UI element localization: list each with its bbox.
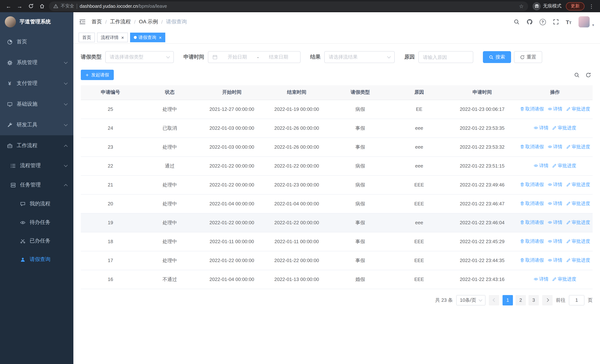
cancel-leave-link[interactable]: 取消请假 (520, 201, 544, 207)
back-button[interactable]: ← (4, 1, 13, 11)
header-actions: ? TT ▾ (514, 16, 594, 28)
table-row: 25处理中2021-12-27 00:00:002022-01-19 00:00… (81, 100, 593, 119)
forward-button[interactable]: → (15, 1, 24, 11)
next-page-button[interactable] (542, 295, 553, 305)
cancel-leave-link[interactable]: 取消请假 (520, 106, 544, 112)
help-icon[interactable]: ? (539, 19, 546, 25)
result-select[interactable]: 请选择流结果 (324, 51, 395, 63)
sidebar-item-payment[interactable]: ¥ 支付管理 (0, 73, 73, 94)
detail-link[interactable]: 详情 (548, 106, 562, 112)
detail-link[interactable]: 详情 (548, 238, 562, 245)
table-refresh-button[interactable] (586, 72, 591, 78)
cancel-leave-link[interactable]: 取消请假 (520, 182, 544, 188)
detail-link[interactable]: 详情 (534, 276, 548, 282)
search-icon[interactable] (514, 19, 519, 25)
question-mark: ? (539, 19, 546, 25)
column-header: 请假类型 (329, 85, 391, 100)
tab-leave-query[interactable]: 请假查询 × (130, 33, 165, 42)
sidebar-item-system[interactable]: 系统管理 (0, 52, 73, 73)
page-button-2[interactable]: 2 (516, 295, 526, 305)
tab-home[interactable]: 首页 (79, 33, 95, 42)
sidebar-item-devtools[interactable]: 研发工具 (0, 114, 73, 135)
approval-progress-link[interactable]: 审批进度 (566, 219, 590, 226)
action-label: 取消请假 (525, 219, 544, 226)
approval-progress-link[interactable]: 审批进度 (566, 201, 590, 207)
goto-page-input[interactable] (569, 295, 584, 305)
close-icon[interactable]: × (121, 35, 124, 40)
approval-progress-link[interactable]: 审批进度 (552, 276, 576, 282)
fullscreen-icon[interactable] (553, 19, 559, 25)
sidebar-item-done-tasks[interactable]: 已办任务 (0, 232, 73, 250)
app-logo[interactable]: 芋道管理系统 (0, 12, 73, 31)
sidebar: 芋道管理系统 首页 系统管理 ¥ 支付管理 (0, 12, 73, 364)
approval-progress-link[interactable]: 审批进度 (566, 257, 590, 263)
home-icon (39, 3, 45, 9)
detail-link[interactable]: 详情 (534, 125, 548, 131)
sidebar-item-workflow[interactable]: 工作流程 (0, 135, 73, 156)
update-button[interactable]: 更新 (566, 2, 584, 10)
breadcrumb-item-home[interactable]: 首页 (92, 19, 102, 25)
detail-link[interactable]: 详情 (548, 219, 562, 226)
sidebar-collapse-button[interactable] (79, 19, 86, 25)
edit-icon (566, 183, 571, 187)
user-avatar[interactable] (579, 16, 590, 28)
page-button-3[interactable]: 3 (528, 295, 539, 305)
cancel-leave-link[interactable]: 取消请假 (520, 238, 544, 245)
sidebar-item-label: 系统管理 (17, 59, 61, 66)
cell-reason: EEE (391, 232, 447, 251)
approval-progress-link[interactable]: 审批进度 (552, 125, 576, 131)
detail-link[interactable]: 详情 (548, 144, 562, 150)
approval-progress-link[interactable]: 审批进度 (566, 182, 590, 188)
apply-time-range-picker[interactable]: 开始日期 - 结束日期 (208, 51, 300, 63)
cancel-leave-link[interactable]: 取消请假 (520, 144, 544, 150)
page-button-1[interactable]: 1 (503, 295, 513, 305)
cell-start-time: 2022-01-11 00:00:00 (199, 232, 264, 251)
app-title: 芋道管理系统 (20, 19, 51, 25)
column-header: 结束时间 (264, 85, 329, 100)
sidebar-item-home[interactable]: 首页 (0, 31, 73, 52)
cancel-leave-link[interactable]: 取消请假 (520, 257, 544, 263)
delete-icon (520, 220, 524, 225)
sidebar-item-leave-query[interactable]: 请假查询 (0, 250, 73, 269)
approval-progress-link[interactable]: 审批进度 (566, 106, 590, 112)
date-start-placeholder: 开始日期 (220, 54, 255, 60)
sidebar-item-infrastructure[interactable]: 基础设施 (0, 94, 73, 114)
reason-input[interactable] (418, 51, 473, 63)
sidebar-item-my-process[interactable]: 我的流程 (0, 195, 73, 213)
avatar-caret-icon[interactable]: ▾ (592, 23, 594, 27)
table-search-toggle-button[interactable] (574, 72, 580, 78)
github-icon[interactable] (526, 19, 532, 25)
sidebar-item-task-management[interactable]: 任务管理 (0, 175, 73, 195)
home-button[interactable] (37, 1, 47, 11)
reload-button[interactable] (26, 1, 36, 11)
tab-process-detail[interactable]: 流程详情 × (97, 33, 128, 42)
detail-link[interactable]: 详情 (534, 163, 548, 169)
prev-page-button[interactable] (489, 295, 499, 305)
cancel-leave-link[interactable]: 取消请假 (520, 219, 544, 226)
create-leave-button[interactable]: + 发起请假 (81, 70, 114, 80)
delete-icon (520, 201, 524, 206)
font-size-icon[interactable]: TT (566, 19, 572, 25)
leave-type-select[interactable]: 请选择请假类型 (105, 51, 174, 63)
approval-progress-link[interactable]: 审批进度 (566, 238, 590, 245)
approval-progress-link[interactable]: 审批进度 (566, 144, 590, 150)
action-label: 详情 (539, 276, 548, 282)
reset-button[interactable]: 重置 (514, 51, 542, 63)
table-right-tools (574, 72, 591, 78)
detail-link[interactable]: 详情 (548, 201, 562, 207)
sidebar-item-todo-tasks[interactable]: 待办任务 (0, 213, 73, 232)
page-size-select[interactable]: 10条/页 (456, 295, 486, 305)
close-icon[interactable]: × (159, 35, 162, 40)
eye-icon (19, 220, 26, 225)
address-bar[interactable]: 不安全 dashboard.yudao.iocoder.cn/bpm/oa/le… (49, 1, 528, 11)
column-header: 状态 (140, 85, 199, 100)
detail-link[interactable]: 详情 (548, 182, 562, 188)
bookmark-star-icon[interactable]: ☆ (519, 3, 524, 9)
browser-menu-button[interactable]: ⋮ (587, 1, 596, 11)
sidebar-item-process-management[interactable]: 流程管理 (0, 156, 73, 175)
search-button[interactable]: 搜索 (483, 51, 511, 63)
hamburger-icon (79, 19, 86, 25)
approval-progress-link[interactable]: 审批进度 (552, 163, 576, 169)
detail-link[interactable]: 详情 (548, 257, 562, 263)
filter-apply-time: 申请时间 开始日期 - 结束日期 (183, 51, 300, 63)
